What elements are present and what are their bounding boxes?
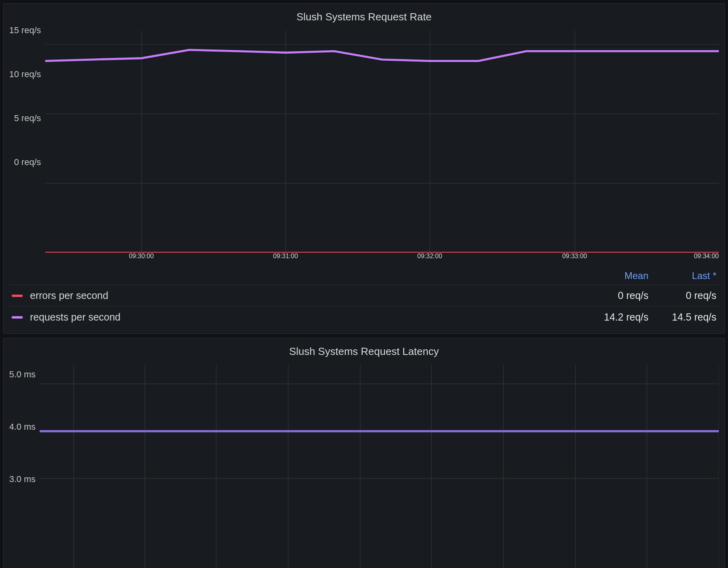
series-requests xyxy=(45,50,719,61)
swatch-errors xyxy=(12,295,23,297)
plot-latency[interactable] xyxy=(40,365,719,568)
chart-area-latency[interactable]: 5.0 ms 4.0 ms 3.0 ms xyxy=(9,365,719,568)
panel-request-latency: Slush Systems Request Latency 5.0 ms 4.0… xyxy=(3,338,725,568)
legend-row-requests[interactable]: requests per second 14.2 req/s 14.5 req/… xyxy=(9,307,719,328)
panel-title: Slush Systems Request Rate xyxy=(9,8,719,30)
chart-area-rate[interactable]: 15 req/s 10 req/s 5 req/s 0 req/s xyxy=(9,30,719,265)
y-axis-latency: 5.0 ms 4.0 ms 3.0 ms xyxy=(9,365,40,521)
legend-col-last[interactable]: Last * xyxy=(648,270,716,281)
legend-row-errors[interactable]: errors per second 0 req/s 0 req/s xyxy=(9,285,719,307)
swatch-requests xyxy=(12,316,23,319)
legend-header[interactable]: Mean Last * xyxy=(9,267,719,285)
legend-col-mean[interactable]: Mean xyxy=(580,270,648,281)
plot-rate[interactable] xyxy=(45,30,719,253)
panel-request-rate: Slush Systems Request Rate 15 req/s 10 r… xyxy=(3,3,725,334)
panel-title: Slush Systems Request Latency xyxy=(9,342,719,365)
legend-table-rate: Mean Last * errors per second 0 req/s 0 … xyxy=(9,267,719,328)
x-axis-rate: 09:30:00 09:31:00 09:32:00 09:33:00 09:3… xyxy=(45,253,719,265)
y-axis-rate: 15 req/s 10 req/s 5 req/s 0 req/s xyxy=(9,30,45,162)
